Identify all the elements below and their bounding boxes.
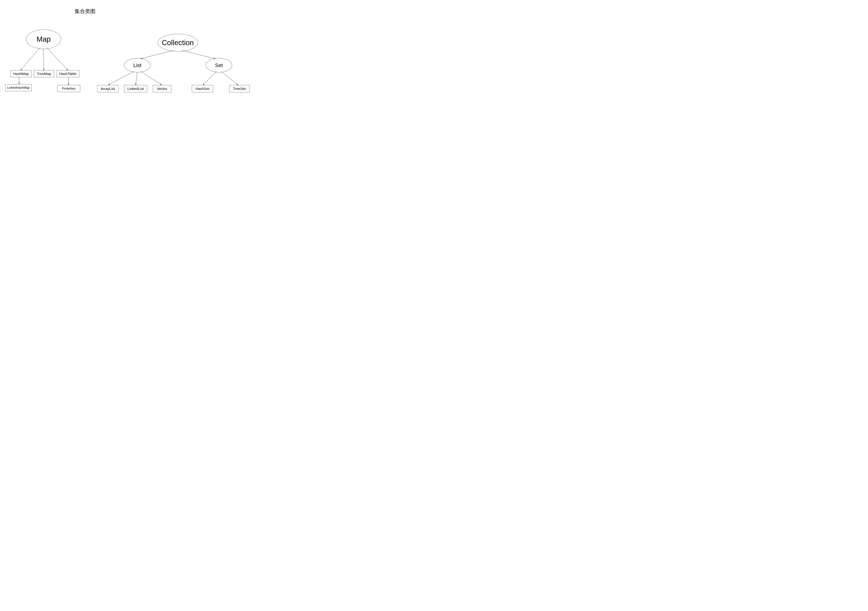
node-linkedhashmap: LinkedHashMap: [5, 84, 32, 91]
svg-line-1: [43, 49, 44, 70]
node-treeset-label: TreeSet: [233, 87, 246, 91]
node-hashtable-label: HashTable: [59, 72, 76, 76]
svg-line-0: [21, 48, 40, 70]
node-linkedlist: LinkedList: [124, 85, 147, 92]
diagram-title: 集合类图: [74, 8, 96, 15]
node-properties-label: Proterties: [62, 87, 75, 90]
node-vector-label: Vector: [157, 87, 167, 91]
node-arraylist-label: ArrayList: [101, 87, 115, 91]
svg-line-8: [136, 72, 137, 85]
svg-line-11: [221, 71, 238, 85]
node-set: Set: [206, 58, 232, 72]
svg-line-2: [47, 48, 68, 70]
node-list-label: List: [133, 62, 141, 68]
node-hashset-label: HashSet: [195, 87, 209, 91]
svg-line-9: [141, 71, 161, 85]
node-hashmap: HashMap: [11, 70, 32, 77]
diagram-canvas: 集合类图 Map Collection List Set HashMap Tre…: [0, 0, 266, 118]
node-collection-label: Collection: [162, 39, 194, 47]
node-map: Map: [26, 29, 61, 49]
node-hashset: HashSet: [192, 85, 213, 92]
node-arraylist: ArrayList: [97, 85, 118, 92]
node-linkedhashmap-label: LinkedHashMap: [7, 86, 30, 90]
node-collection: Collection: [158, 34, 198, 51]
node-set-label: Set: [215, 62, 223, 68]
node-hashtable: HashTable: [56, 70, 79, 77]
svg-line-10: [203, 71, 216, 85]
node-list: List: [124, 58, 150, 72]
node-linkedlist-label: LinkedList: [127, 87, 144, 91]
node-treeset: TreeSet: [229, 85, 250, 92]
node-hashmap-label: HashMap: [13, 72, 29, 76]
node-vector: Vector: [153, 85, 171, 92]
node-properties: Proterties: [57, 85, 80, 92]
svg-line-7: [108, 71, 134, 85]
svg-line-6: [181, 50, 215, 59]
svg-line-5: [141, 50, 174, 59]
node-treemap-label: TreeMap: [37, 72, 51, 76]
node-treemap: TreeMap: [34, 70, 54, 77]
node-map-label: Map: [36, 35, 51, 43]
